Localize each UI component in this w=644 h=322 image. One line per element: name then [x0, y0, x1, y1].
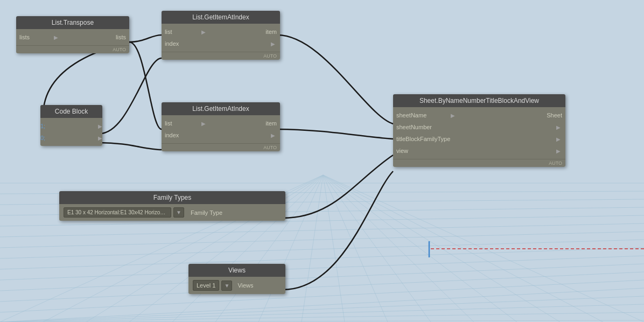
- sheet-row-titleblock: titleBlockFamilyType ▶: [393, 133, 565, 145]
- list-get-item-1-footer: AUTO: [162, 52, 280, 60]
- list-transpose-input-lists: lists: [19, 34, 52, 40]
- code-block-line-1: 1; ▶: [40, 120, 102, 132]
- views-dropdown-arrow-icon[interactable]: ▼: [221, 281, 232, 291]
- list-get-item-1-input-list: list: [165, 29, 200, 35]
- list-transpose-arrow-in: ▶: [54, 34, 58, 40]
- list-get-item-2-header: List.GetItemAtIndex: [162, 102, 280, 115]
- sheet-header: Sheet.ByNameNumberTitleBlockAndView: [393, 94, 565, 107]
- code-block-arrow-1: ▶: [98, 123, 102, 129]
- list-get-item-2-body: list ▶ item index ▶: [162, 115, 280, 143]
- views-header: Views: [188, 264, 285, 277]
- family-types-dropdown[interactable]: E1 30 x 42 Horizontal:E1 30x42 Horizonta…: [64, 207, 171, 218]
- list-get-item-2-input-index: index: [165, 132, 269, 138]
- code-block-node: Code Block 1; ▶ 0; ▶: [40, 105, 102, 146]
- list-get-item-1-row-index: index ▶: [162, 38, 280, 50]
- sheet-node: Sheet.ByNameNumberTitleBlockAndView shee…: [393, 94, 565, 167]
- list-transpose-footer: AUTO: [16, 45, 129, 53]
- list-get-item-1-row-list: list ▶ item: [162, 26, 280, 38]
- sheet-input-titleblock: titleBlockFamilyType: [396, 136, 555, 142]
- list-get-item-2-arrow-index: ▶: [271, 132, 275, 138]
- code-block-text-1: 1;: [40, 123, 69, 129]
- list-get-item-1-node: List.GetItemAtIndex list ▶ item index ▶ …: [162, 11, 280, 60]
- views-output-port: Views: [237, 282, 253, 289]
- sheet-arrow-sheetname: ▶: [451, 113, 455, 118]
- sheet-row-sheetname: sheetName ▶ Sheet: [393, 109, 565, 121]
- views-row: Level 1 ▼ Views: [193, 280, 281, 291]
- sheet-output-sheet: Sheet: [509, 112, 562, 118]
- sheet-arrow-view: ▶: [556, 148, 561, 154]
- list-get-item-1-arrow-index: ▶: [271, 41, 275, 47]
- family-types-header: Family Types: [59, 191, 285, 204]
- list-get-item-2-output-item: item: [242, 120, 277, 127]
- family-types-node: Family Types E1 30 x 42 Horizontal:E1 30…: [59, 191, 285, 221]
- list-get-item-1-arrow-list: ▶: [201, 29, 206, 35]
- family-types-row: E1 30 x 42 Horizontal:E1 30x42 Horizonta…: [64, 207, 281, 218]
- code-block-line-2: 0; ▶: [40, 132, 102, 144]
- list-get-item-1-output-item: item: [242, 29, 277, 35]
- sheet-footer: AUTO: [393, 159, 565, 167]
- views-body: Level 1 ▼ Views: [188, 277, 285, 294]
- sheet-input-sheetnumber: sheetNumber: [396, 124, 555, 130]
- list-transpose-node: List.Transpose lists ▶ lists AUTO: [16, 16, 129, 53]
- sheet-arrow-sheetnumber: ▶: [556, 124, 561, 130]
- list-get-item-2-arrow-list: ▶: [201, 121, 206, 127]
- sheet-input-view: view: [396, 148, 555, 154]
- family-types-dropdown-arrow-icon[interactable]: ▼: [173, 207, 184, 218]
- views-node: Views Level 1 ▼ Views: [188, 264, 285, 294]
- list-transpose-body: lists ▶ lists: [16, 29, 129, 45]
- list-transpose-row-lists: lists ▶ lists: [16, 31, 129, 43]
- list-get-item-2-input-list: list: [165, 120, 200, 127]
- sheet-input-sheetname: sheetName: [396, 112, 449, 118]
- code-block-text-2: 0;: [40, 135, 69, 141]
- list-get-item-2-row-index: index ▶: [162, 129, 280, 141]
- code-block-header: Code Block: [40, 105, 102, 118]
- list-get-item-2-row-list: list ▶ item: [162, 117, 280, 129]
- sheet-arrow-titleblock: ▶: [556, 136, 561, 142]
- sheet-body: sheetName ▶ Sheet sheetNumber ▶ titleBlo…: [393, 107, 565, 159]
- list-get-item-2-footer: AUTO: [162, 143, 280, 151]
- list-get-item-1-input-index: index: [165, 40, 269, 47]
- list-get-item-1-header: List.GetItemAtIndex: [162, 11, 280, 24]
- list-get-item-1-body: list ▶ item index ▶: [162, 24, 280, 52]
- list-transpose-header: List.Transpose: [16, 16, 129, 29]
- sheet-row-view: view ▶: [393, 145, 565, 157]
- list-transpose-output-lists: lists: [93, 34, 126, 40]
- code-block-body: 1; ▶ 0; ▶: [40, 118, 102, 146]
- list-get-item-2-node: List.GetItemAtIndex list ▶ item index ▶ …: [162, 102, 280, 151]
- views-dropdown[interactable]: Level 1: [193, 280, 219, 291]
- code-block-arrow-2: ▶: [98, 135, 102, 141]
- sheet-row-sheetnumber: sheetNumber ▶: [393, 121, 565, 133]
- family-types-output-port: Family Type: [191, 209, 222, 216]
- family-types-body: E1 30 x 42 Horizontal:E1 30x42 Horizonta…: [59, 204, 285, 221]
